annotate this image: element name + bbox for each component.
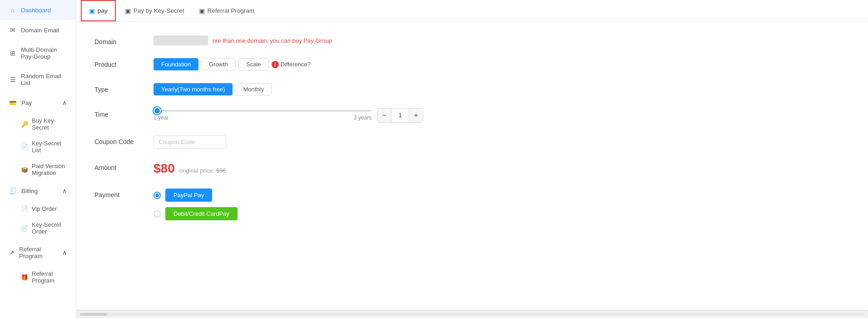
slider-min-label: 1 year — [154, 114, 169, 121]
home-icon: ⌂ — [9, 6, 16, 14]
scroll-track[interactable] — [80, 313, 864, 316]
payment-paypal-option: PayPal Pay — [154, 189, 850, 202]
card-radio[interactable] — [154, 210, 161, 218]
product-buttons: Foundation Growth Scale ! Difference? — [154, 58, 850, 70]
type-monthly-button[interactable]: Monthly — [235, 83, 272, 95]
sidebar-referral-sub: 🎁 Referral Program — [0, 266, 76, 288]
share-icon: ↗ — [9, 249, 15, 256]
sidebar-section-billing[interactable]: 🧾 Billing ∧ — [0, 181, 76, 201]
chevron-up-icon: ∧ — [62, 187, 67, 194]
stepper-value: 1 — [391, 109, 409, 122]
sidebar-item-dashboard[interactable]: ⌂ Dashboard — [0, 0, 76, 20]
sidebar-section-label: Pay — [21, 99, 32, 106]
sidebar-item-key-secret-list[interactable]: 📄 Key-Secret List — [21, 135, 76, 158]
file2-icon: 📄 — [21, 225, 28, 232]
type-row: Type Yearly(Two months free) Monthly — [94, 83, 850, 95]
sidebar-item-paid-version[interactable]: 📦 Paid Version Migration — [21, 158, 76, 181]
time-row: Time 1 year 3 years − 1 + — [94, 108, 850, 123]
sidebar-item-vip-order[interactable]: 📄 Vip Order — [21, 201, 76, 217]
difference-label: Difference? — [281, 61, 311, 68]
amount-price: $80 — [154, 161, 175, 176]
sidebar: ⌂ Dashboard ✉ Domain Email ⊞ Multi-Domai… — [0, 0, 76, 318]
info-icon: ! — [272, 61, 279, 68]
type-yearly-button[interactable]: Yearly(Two months free) — [154, 83, 233, 95]
sidebar-item-key-secret-order[interactable]: 📄 Key-Secret Order — [21, 217, 76, 239]
sidebar-sub-label: Key-Secret Order — [32, 221, 67, 235]
sidebar-item-domain-email[interactable]: ✉ Domain Email — [0, 20, 76, 40]
sidebar-section-pay[interactable]: 💳 Pay ∧ — [0, 93, 76, 113]
product-foundation-button[interactable]: Foundation — [154, 58, 198, 70]
amount-row: Amount $80 original price: $96 — [94, 161, 850, 176]
time-stepper: − 1 + — [377, 108, 423, 123]
file-icon: 📄 — [21, 144, 28, 150]
tab-bar: ▣ pay ▣ Pay by Key-Secret ▣ Referral Pro… — [76, 0, 868, 22]
chevron-up-icon: ∧ — [62, 99, 67, 106]
share-tab-icon: ▣ — [199, 7, 205, 15]
list-icon: ☰ — [9, 76, 16, 83]
type-label: Type — [94, 83, 154, 93]
product-control: Foundation Growth Scale ! Difference? — [154, 58, 850, 70]
coupon-input[interactable] — [154, 135, 226, 149]
time-label: Time — [94, 108, 154, 118]
sidebar-item-multi-domain[interactable]: ⊞ Multi-Domain Pay-Group — [0, 40, 76, 66]
sidebar-item-label: Multi-Domain Pay-Group — [21, 46, 67, 60]
sidebar-section-referral[interactable]: ↗ Referral Program ∧ — [0, 239, 76, 266]
coupon-control — [154, 135, 850, 149]
bill-icon: 🧾 — [9, 187, 17, 194]
sidebar-item-buy-key-secret[interactable]: 🔑 Buy Key-Secret — [21, 113, 76, 135]
key-icon: 🔑 — [21, 121, 28, 128]
card-icon: 💳 — [9, 99, 17, 106]
page-content: Domain ore than one domain, you can buy … — [76, 22, 868, 310]
stepper-increment-button[interactable]: + — [409, 109, 423, 122]
payment-control: PayPal Pay Debit/Credit CardPay — [154, 189, 850, 220]
tab-pay[interactable]: ▣ pay — [81, 0, 116, 21]
sidebar-section-label: Referral Program — [19, 246, 62, 259]
type-control: Yearly(Two months free) Monthly — [154, 83, 850, 95]
slider-max-label: 3 years — [354, 114, 372, 121]
sidebar-billing-sub: 📄 Vip Order 📄 Key-Secret Order — [0, 201, 76, 239]
domain-link[interactable]: ore than one domain, you can buy Pay-Gro… — [213, 37, 332, 44]
payment-label: Payment — [94, 189, 154, 199]
product-scale-button[interactable]: Scale — [238, 58, 269, 70]
coupon-row: Coupon Code — [94, 135, 850, 149]
slider-labels: 1 year 3 years — [154, 114, 372, 121]
difference-link[interactable]: ! Difference? — [272, 58, 311, 70]
card-pay-button[interactable]: Debit/Credit CardPay — [165, 207, 238, 220]
product-label: Product — [94, 58, 154, 68]
card-tab-icon: ▣ — [125, 7, 131, 15]
sidebar-sub-label: Paid Version Migration — [32, 163, 67, 176]
email-icon: ✉ — [9, 26, 16, 34]
tab-pay-key-secret[interactable]: ▣ Pay by Key-Secret — [118, 0, 192, 21]
sidebar-sub-label: Referral Program — [32, 270, 67, 284]
sidebar-pay-sub: 🔑 Buy Key-Secret 📄 Key-Secret List 📦 Pai… — [0, 113, 76, 181]
payment-row: Payment PayPal Pay Debit/Credit CardPay — [94, 189, 850, 220]
gift-icon: 🎁 — [21, 274, 28, 281]
amount-control: $80 original price: $96 — [154, 161, 850, 176]
payment-card-option: Debit/Credit CardPay — [154, 207, 850, 220]
product-row: Product Foundation Growth Scale ! Differ… — [94, 58, 850, 70]
sidebar-item-referral-sub[interactable]: 🎁 Referral Program — [21, 266, 76, 288]
slider-wrap: 1 year 3 years — [154, 110, 372, 121]
tab-label: Referral Program — [208, 7, 255, 14]
main-content: ▣ pay ▣ Pay by Key-Secret ▣ Referral Pro… — [76, 0, 868, 318]
sidebar-item-random-email[interactable]: ☰ Random Email List — [0, 66, 76, 93]
domain-label: Domain — [94, 35, 154, 45]
product-growth-button[interactable]: Growth — [201, 58, 236, 70]
type-buttons: Yearly(Two months free) Monthly — [154, 83, 850, 95]
box-icon: 📦 — [21, 166, 28, 173]
domain-control: ore than one domain, you can buy Pay-Gro… — [154, 35, 850, 45]
tab-referral-program[interactable]: ▣ Referral Program — [192, 0, 262, 21]
time-control: 1 year 3 years − 1 + — [154, 108, 850, 123]
stepper-decrement-button[interactable]: − — [377, 109, 391, 122]
time-slider[interactable] — [154, 110, 372, 112]
grid-icon: ⊞ — [9, 50, 16, 57]
domain-placeholder — [154, 35, 208, 45]
domain-row: Domain ore than one domain, you can buy … — [94, 35, 850, 45]
paypal-pay-button[interactable]: PayPal Pay — [165, 189, 212, 202]
file2-icon: 📄 — [21, 205, 28, 212]
tab-label: pay — [98, 7, 108, 14]
scroll-thumb[interactable] — [80, 313, 107, 316]
paypal-radio[interactable] — [154, 192, 161, 199]
sidebar-sub-label: Vip Order — [32, 205, 57, 212]
coupon-label: Coupon Code — [94, 135, 154, 145]
